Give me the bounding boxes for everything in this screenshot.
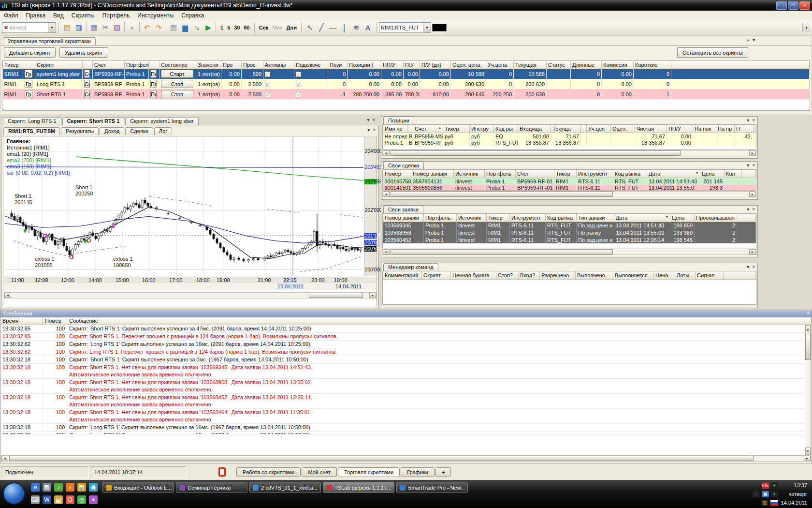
panel-close-icon[interactable]: ×: [752, 207, 755, 212]
chart-tab[interactable]: RIM1:RTS_FUT:5M: [3, 127, 60, 135]
column-header[interactable]: Тикер: [554, 170, 577, 178]
column-header[interactable]: Прос: [242, 61, 263, 69]
cell-button[interactable]: Гр: [25, 70, 32, 78]
add-script-button[interactable]: Добавить скрипт: [4, 47, 56, 58]
menu-item[interactable]: Скрипты: [68, 11, 99, 20]
stop-all-scripts-button[interactable]: Остановить все скрипты: [677, 47, 748, 58]
column-header[interactable]: Текущая: [514, 61, 547, 69]
column-header[interactable]: Вход?: [519, 271, 540, 279]
cell-button[interactable]: Пф: [150, 70, 157, 78]
timeframe-unit-button[interactable]: Сек: [257, 25, 271, 30]
tray-windows-icon[interactable]: ▣: [762, 491, 769, 497]
message-row[interactable]: 13:30:32.82100Скрипт: Long RTS 1. Пересч…: [0, 348, 805, 356]
panel-collapse-icon[interactable]: ▾: [747, 118, 749, 123]
interval-button[interactable]: 30: [232, 23, 242, 32]
scroll-down-icon[interactable]: ▼: [805, 448, 811, 454]
column-header[interactable]: Источник: [457, 214, 487, 222]
column-header[interactable]: Длинные: [571, 61, 602, 69]
panel-collapse-icon[interactable]: ▾: [367, 117, 369, 122]
message-row[interactable]: 13:30:32.18100Скрипт: Short RTS 1. Нет с…: [0, 379, 805, 394]
cell-button[interactable]: Старт: [161, 70, 193, 78]
column-header[interactable]: Портфель: [485, 170, 516, 178]
column-header[interactable]: Счет: [93, 61, 125, 69]
column-header[interactable]: Скрипт: [35, 61, 83, 69]
ie-icon[interactable]: e: [31, 483, 40, 492]
chevron-down-icon[interactable]: ▾: [802, 23, 810, 32]
column-header[interactable]: Активны: [263, 61, 294, 69]
optimization-icon[interactable]: ↘: [191, 22, 203, 33]
menu-item[interactable]: Портфель: [99, 11, 134, 20]
column-header[interactable]: Инструмент: [577, 170, 613, 178]
cell-button[interactable]: Ск: [84, 70, 90, 78]
column-header[interactable]: Код ры: [494, 125, 518, 133]
column-header[interactable]: Уч.цен: [587, 125, 611, 133]
tray-clock[interactable]: 13:37 четверг 14.04.2011: [781, 480, 812, 508]
chart-tab[interactable]: Лог: [154, 127, 172, 135]
column-header[interactable]: Номер заявки: [411, 170, 454, 178]
column-header[interactable]: П/У (дн): [420, 61, 451, 69]
column-header[interactable]: Комиссия: [602, 61, 634, 69]
taskbar-window-button[interactable]: SmartTrade Pro - New...: [396, 482, 468, 493]
column-header[interactable]: Код рынка: [613, 170, 647, 178]
workspace-tab[interactable]: +: [435, 467, 451, 477]
orders-hscrollbar[interactable]: ◄ ►: [382, 249, 756, 255]
taskbar-window-button[interactable]: TSLab (версия 1.1.17...: [323, 482, 394, 493]
column-header[interactable]: Портфель: [125, 61, 149, 69]
checkbox[interactable]: ✓: [296, 92, 301, 97]
column-header[interactable]: Тикер: [3, 61, 23, 69]
menu-item[interactable]: Справка: [177, 11, 208, 20]
workspace-tab[interactable]: Торговля скриптами: [338, 467, 400, 477]
color-swatch[interactable]: [432, 24, 447, 31]
folder-icon[interactable]: ▤: [54, 495, 63, 504]
cell-button[interactable]: Ск: [84, 80, 90, 88]
column-header[interactable]: Пози: [328, 61, 348, 69]
column-header[interactable]: [581, 125, 587, 133]
tab-scripts-control[interactable]: Управление торговлей скриптами: [3, 37, 96, 45]
message-row[interactable]: 13:30:32.82100Скрипт: 'Long RTS 1' Скрип…: [0, 341, 805, 348]
start-button[interactable]: [3, 482, 25, 505]
column-header[interactable]: Кол: [725, 170, 742, 178]
column-header[interactable]: На пок: [693, 125, 716, 133]
chart-icon[interactable]: ▆: [179, 22, 191, 33]
column-header[interactable]: Номер: [383, 170, 411, 178]
table-row[interactable]: RIM1ГрShort RTS 1СкBP5959-RF-Proba 1ПфСт…: [3, 89, 810, 99]
cell-button[interactable]: Ск: [84, 90, 90, 98]
message-row[interactable]: 13:30:32.85100Скрипт: Short RTS 1. Перес…: [0, 333, 805, 341]
table-row[interactable]: RIM1ГрLong RTS 1СкBP5959-RF-Proba 1ПфСто…: [3, 79, 810, 89]
copy-icon[interactable]: ▦: [88, 22, 100, 33]
message-row[interactable]: 13:30:32.18100Скрипт: Short RTS 1. Нет с…: [0, 364, 805, 379]
column-header[interactable]: Тикер: [487, 214, 510, 222]
table-row[interactable]: 3001657503597904131itinvestProba 1BP5959…: [383, 178, 756, 185]
checkbox[interactable]: ✓: [265, 82, 270, 87]
column-header[interactable]: НП/У: [381, 61, 404, 69]
column-header[interactable]: Инстру: [470, 125, 494, 133]
column-header[interactable]: Инструмент: [510, 214, 546, 222]
keyboard-icon[interactable]: ⌨: [31, 495, 40, 504]
column-header[interactable]: Номер заявки: [383, 214, 424, 222]
paste-icon[interactable]: ▧: [111, 22, 123, 33]
chart-area[interactable]: Short 1200145Short 1200250exloss 1201055…: [3, 136, 377, 306]
column-header[interactable]: П/У: [404, 61, 420, 69]
app-icon[interactable]: ◎: [77, 495, 86, 504]
column-header[interactable]: Счет▲: [413, 125, 443, 133]
column-header[interactable]: Дата▼: [614, 214, 670, 222]
column-header[interactable]: Выполняется: [613, 271, 654, 279]
chevron-down-icon[interactable]: ▾: [48, 23, 56, 32]
message-row[interactable]: 13:30:32.85100Скрипт: 'Short RTS 1' Скри…: [0, 325, 805, 333]
column-header[interactable]: Лоты: [675, 271, 696, 279]
scroll-right-icon[interactable]: ►: [749, 249, 756, 254]
column-header[interactable]: Выполнено: [576, 271, 613, 279]
column-header[interactable]: Стоп?: [496, 271, 519, 279]
cursor-icon[interactable]: ↖: [304, 22, 316, 33]
save-icon[interactable]: ▥: [73, 22, 85, 33]
column-header[interactable]: Значени: [196, 61, 221, 69]
panel-collapse-icon[interactable]: ▾: [747, 163, 749, 168]
app-icon[interactable]: ✶: [89, 495, 98, 504]
checkbox[interactable]: ✓: [265, 92, 270, 97]
delete-script-button[interactable]: Удалить скрипт: [59, 47, 108, 58]
close-button[interactable]: ×: [799, 1, 810, 10]
tray-chart-icon[interactable]: ▥: [761, 500, 768, 506]
vline-icon[interactable]: │: [339, 22, 350, 33]
table-row[interactable]: 3001415013595600856itinvestProba 1BP5959…: [383, 185, 756, 191]
messages-vscrollbar[interactable]: ▲ ▼: [805, 325, 811, 455]
